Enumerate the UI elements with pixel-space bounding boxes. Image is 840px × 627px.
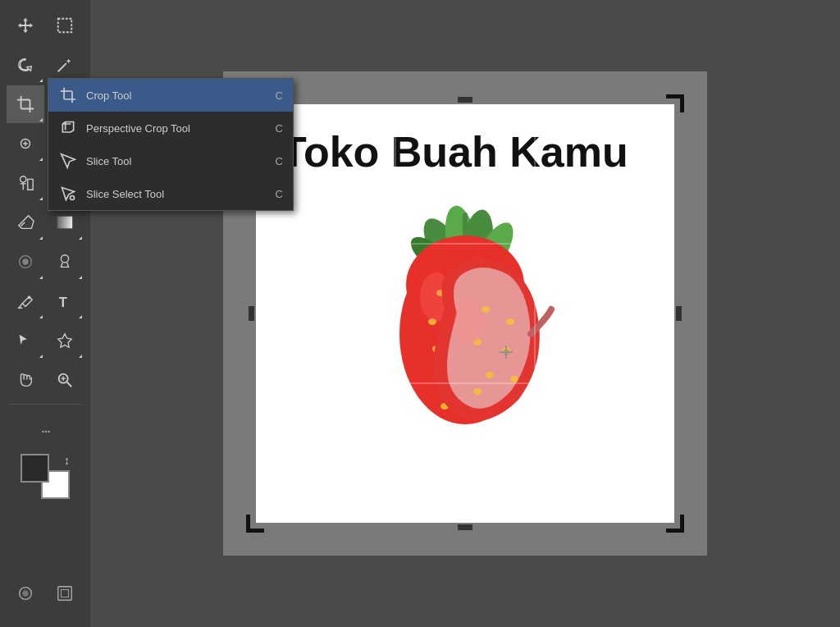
slice-tool-label: Slice Tool <box>86 155 276 167</box>
perspective-crop-shortcut: C <box>276 122 283 135</box>
crop-handle-left[interactable] <box>249 306 254 321</box>
svg-rect-16 <box>58 587 72 601</box>
crop-tool-dropdown: Crop Tool C Perspective Crop Tool C Slic… <box>48 78 294 211</box>
zoom-tool[interactable] <box>46 361 84 399</box>
move-tool[interactable] <box>7 7 44 44</box>
svg-point-48 <box>473 388 482 395</box>
crop-handle-right[interactable] <box>676 306 682 321</box>
perspective-crop-label: Perspective Crop Tool <box>86 122 276 135</box>
marquee-rect-tool[interactable] <box>46 7 84 44</box>
perspective-crop-icon <box>58 118 78 138</box>
dodge-tool[interactable] <box>46 243 84 281</box>
slice-tool-item[interactable]: Slice Tool C <box>48 144 293 177</box>
perspective-crop-item[interactable]: Perspective Crop Tool C <box>48 112 293 144</box>
pen-tool[interactable] <box>7 282 44 320</box>
crop-handle-bottom[interactable] <box>458 524 472 530</box>
svg-point-3 <box>21 176 26 182</box>
hand-tool[interactable] <box>7 361 44 399</box>
foreground-color-swatch[interactable] <box>21 454 49 483</box>
slice-select-item[interactable]: Slice Select Tool C <box>48 177 293 210</box>
crop-tool-label: Crop Tool <box>86 89 276 102</box>
path-select-tool[interactable] <box>7 322 44 359</box>
canvas-content[interactable]: Toko Buah Kamu <box>256 104 674 523</box>
lasso-tool[interactable] <box>7 46 44 84</box>
crop-corner-bl[interactable] <box>246 515 264 533</box>
svg-point-18 <box>71 196 75 200</box>
svg-point-15 <box>22 590 28 596</box>
color-swatches: ↕ <box>21 454 70 499</box>
canvas-title: Toko Buah Kamu <box>281 127 628 176</box>
crop-corner-br[interactable] <box>666 515 684 533</box>
svg-rect-0 <box>58 19 72 33</box>
crop-tool[interactable] <box>7 85 44 123</box>
svg-line-1 <box>58 63 66 71</box>
svg-point-7 <box>61 255 68 263</box>
slice-select-label: Slice Select Tool <box>86 188 276 200</box>
crop-tool-shortcut: C <box>276 89 283 102</box>
quick-mask-button[interactable] <box>7 574 44 612</box>
canvas-wrapper: Toko Buah Kamu <box>223 71 707 556</box>
svg-point-43 <box>506 318 514 325</box>
svg-point-47 <box>510 376 518 382</box>
slice-select-shortcut: C <box>276 188 283 200</box>
svg-text:T: T <box>59 295 67 309</box>
shape-tool[interactable] <box>46 322 84 359</box>
screen-mode-button[interactable] <box>46 574 84 612</box>
extra-tools[interactable]: ··· <box>26 411 64 449</box>
healing-brush-tool[interactable] <box>7 125 44 162</box>
clone-stamp-tool[interactable] <box>7 164 44 202</box>
blur-tool[interactable] <box>7 243 44 281</box>
crop-tool-item[interactable]: Crop Tool C <box>48 79 293 112</box>
slice-tool-icon <box>58 151 78 171</box>
svg-point-42 <box>482 306 490 313</box>
svg-point-49 <box>454 299 484 345</box>
strawberry-illustration <box>305 195 633 506</box>
svg-point-8 <box>28 296 31 300</box>
slice-select-icon <box>58 184 78 204</box>
eraser-tool[interactable] <box>7 204 44 241</box>
slice-tool-shortcut: C <box>276 155 283 167</box>
svg-point-46 <box>486 372 494 378</box>
toolbar-bottom <box>7 574 84 620</box>
svg-line-11 <box>67 382 72 387</box>
svg-point-6 <box>22 259 28 264</box>
crop-handle-top[interactable] <box>458 97 472 103</box>
crop-corner-tr[interactable] <box>666 94 684 112</box>
swap-colors-icon[interactable]: ↕ <box>64 454 70 467</box>
svg-rect-17 <box>61 589 68 597</box>
crop-tool-icon <box>58 85 78 105</box>
text-tool[interactable]: T <box>46 282 84 320</box>
svg-rect-4 <box>57 217 72 229</box>
